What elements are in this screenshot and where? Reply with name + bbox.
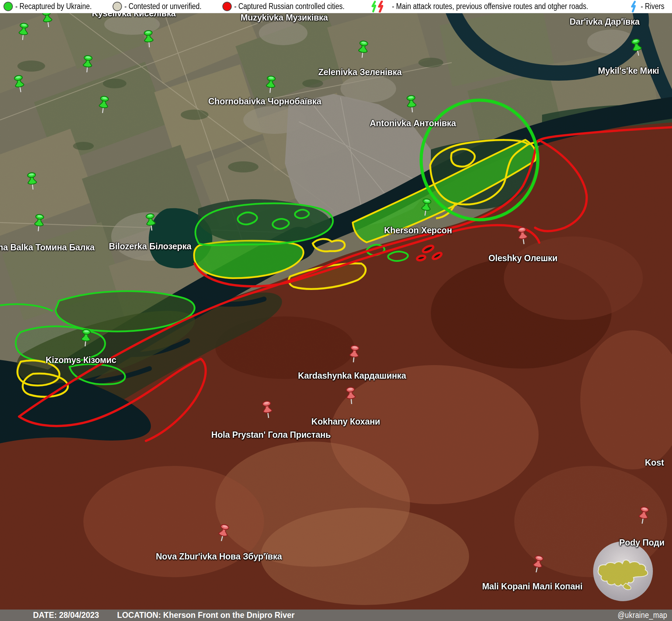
legend-item-captured: - Captured Russian controlled cities. — [222, 2, 362, 11]
legend-label: - Captured Russian controlled cities. — [234, 2, 345, 11]
rivers-icon — [629, 1, 638, 13]
location-label: LOCATION: Kherson Front on the Dnipro Ri… — [117, 611, 295, 620]
contested-dot-icon — [113, 2, 122, 11]
attack-routes-icon — [371, 1, 390, 13]
grain-texture — [0, 0, 672, 621]
recaptured-dot-icon — [3, 2, 13, 11]
legend-item-recaptured: - Recaptured by Ukraine. — [3, 2, 104, 11]
legend-label: - Contested or unverified. — [124, 2, 202, 11]
captured-dot-icon — [222, 2, 232, 11]
map-screenshot: Kyselivka КиселівкаMuzykivka МузиківкаDa… — [0, 0, 672, 621]
legend-label: - Recaptured by Ukraine. — [15, 2, 92, 11]
footer-bar: DATE: 28/04/2023 LOCATION: Kherson Front… — [0, 610, 672, 621]
legend-item-rivers: - Rivers — [629, 1, 668, 13]
legend-item-attack-routes: - Main attack routes, previous offensive… — [371, 1, 620, 13]
twitter-handle: @ukraine_map — [617, 611, 667, 620]
date-label: DATE: 28/04/2023 — [33, 611, 99, 620]
map-canvas — [0, 0, 672, 621]
legend-label: - Main attack routes, previous offensive… — [392, 2, 588, 11]
legend-bar: - Recaptured by Ukraine.- Contested or u… — [0, 0, 672, 13]
legend-item-contested: - Contested or unverified. — [113, 2, 214, 11]
legend-label: - Rivers — [641, 2, 664, 11]
